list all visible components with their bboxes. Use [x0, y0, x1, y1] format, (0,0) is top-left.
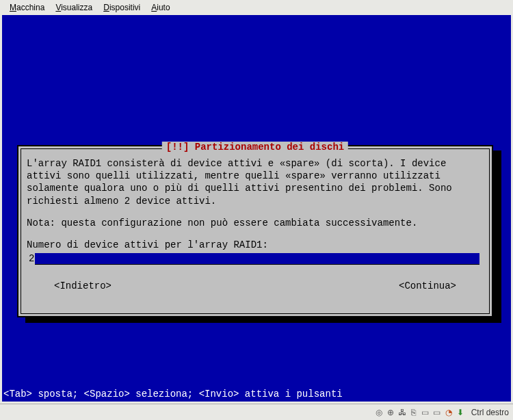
host-key-label: Ctrl destro	[471, 408, 509, 417]
shared-folder-icon[interactable]: ▭	[421, 408, 430, 417]
display-icon[interactable]: ▭	[432, 408, 442, 417]
dialog-title: [!!] Partizionamento dei dischi	[162, 142, 348, 153]
input-field[interactable]	[35, 253, 479, 265]
dialog-text-1: L'array RAID1 consisterà di device attiv…	[27, 157, 484, 207]
menu-macchina[interactable]: Macchina	[4, 1, 50, 14]
active-devices-input[interactable]: 2	[28, 252, 479, 265]
menu-dispositivi[interactable]: Dispositivi	[98, 1, 146, 14]
record-icon[interactable]: ◔	[444, 408, 453, 417]
dialog-text-2: Nota: questa configurazione non può esse…	[27, 217, 484, 229]
back-button[interactable]: <Indietro>	[54, 280, 111, 292]
cd-icon[interactable]: ◎	[374, 408, 384, 417]
menu-aiuto[interactable]: Aiuto	[146, 1, 175, 14]
continue-button[interactable]: <Continua>	[399, 280, 456, 292]
mouse-integration-icon[interactable]: ⬇	[456, 408, 465, 417]
vm-menubar: Macchina Visualizza Dispositivi Aiuto	[0, 0, 513, 15]
partition-dialog: [!!] Partizionamento dei dischi L'array …	[17, 145, 493, 317]
hdd-icon[interactable]: ⊕	[386, 408, 395, 417]
input-value: 2	[28, 252, 35, 265]
installer-help-line: <Tab> sposta; <Spazio> seleziona; <Invio…	[2, 389, 343, 399]
installer-screen: [!!] Partizionamento dei dischi L'array …	[2, 15, 511, 402]
menu-visualizza[interactable]: Visualizza	[50, 1, 98, 14]
usb-icon[interactable]: ⎘	[409, 408, 419, 417]
dialog-frame: [!!] Partizionamento dei dischi L'array …	[21, 148, 490, 314]
input-prompt: Numero di device attivi per l'array RAID…	[27, 239, 484, 251]
network-icon[interactable]: 🖧	[397, 408, 407, 417]
dialog-body: L'array RAID1 consisterà di device attiv…	[27, 157, 484, 293]
dialog-buttons: <Indietro> <Continua>	[27, 280, 484, 292]
vm-statusbar: ◎ ⊕ 🖧 ⎘ ▭ ▭ ◔ ⬇ Ctrl destro	[0, 404, 513, 420]
